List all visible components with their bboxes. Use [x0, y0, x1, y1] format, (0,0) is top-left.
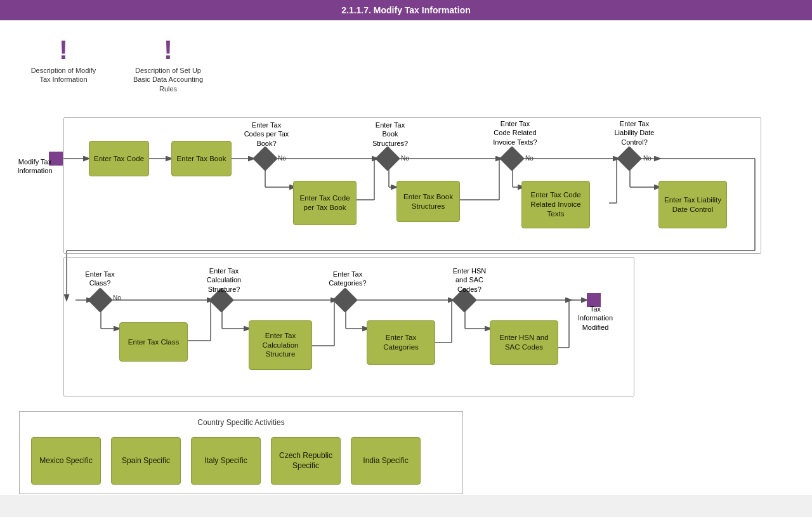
main-canvas: 2.1.1.7. Modify Tax Information ! Descri… [0, 0, 812, 495]
diamond6-label: Enter TaxCalculationStructure? [195, 266, 252, 294]
country-section-title: Country Specific Activities [26, 418, 456, 427]
page-header: 2.1.1.7. Modify Tax Information [0, 0, 812, 20]
annotation-icon-1: ! [59, 37, 68, 63]
country-box-czech[interactable]: Czech Republic Specific [271, 437, 341, 485]
annotation-label-2: Description of Set Up Basic Data Account… [127, 66, 209, 93]
diamond7-label: Enter TaxCategories? [322, 270, 373, 288]
country-box-spain[interactable]: Spain Specific [111, 437, 181, 485]
annotation-setup-accounting: ! Description of Set Up Basic Data Accou… [127, 37, 209, 93]
task-enter-hsn-sac[interactable]: Enter HSN and SAC Codes [490, 320, 558, 365]
country-specific-section: Country Specific Activities Mexico Speci… [19, 411, 463, 494]
task-enter-tax-class[interactable]: Enter Tax Class [119, 322, 188, 362]
diamond5-no: No [113, 294, 121, 301]
diamond8-label: Enter HSNand SACCodes? [441, 266, 498, 294]
annotation-icon-2: ! [164, 37, 173, 63]
annotation-label-1: Description of Modify Tax Information [25, 66, 102, 84]
task-enter-tax-calc-structure[interactable]: Enter Tax Calculation Structure [249, 320, 312, 370]
country-boxes-container: Mexico Specific Spain Specific Italy Spe… [26, 435, 456, 487]
annotation-modify-tax: ! Description of Modify Tax Information [25, 37, 102, 84]
task-enter-tax-categories[interactable]: Enter Tax Categories [367, 320, 435, 365]
header-title: 2.1.1.7. Modify Tax Information [341, 5, 471, 15]
czech-label: Czech Republic Specific [272, 451, 340, 471]
country-box-italy[interactable]: Italy Specific [191, 437, 261, 485]
end-label: TaxInformationModified [575, 304, 616, 332]
diamond5-label: Enter TaxClass? [76, 270, 124, 288]
country-box-mexico[interactable]: Mexico Specific [31, 437, 101, 485]
flow-border-row1 [63, 117, 761, 254]
country-box-india[interactable]: India Specific [351, 437, 421, 485]
start-label: Modify TaxInformation [13, 157, 57, 176]
